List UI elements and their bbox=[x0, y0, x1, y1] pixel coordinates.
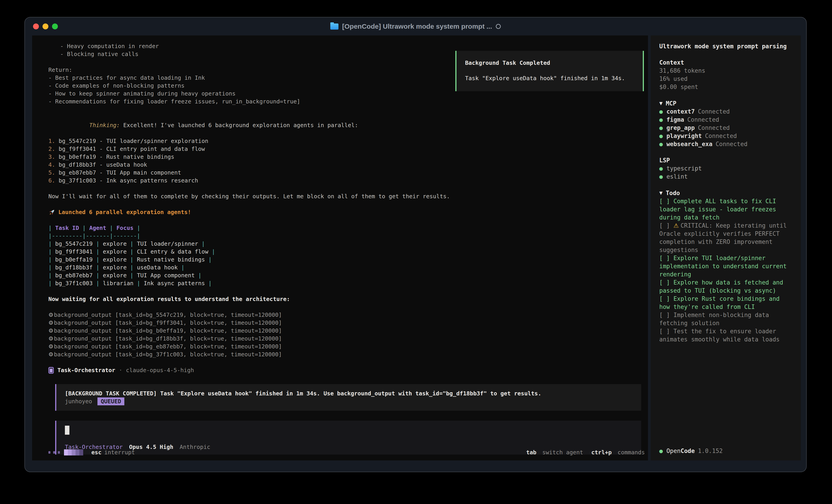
brand-code: Code bbox=[680, 448, 695, 454]
tool-call-line: ⚙background_output [task_id=bg_f9ff3041,… bbox=[48, 319, 648, 327]
waiting-header: Now waiting for all exploration results … bbox=[48, 295, 648, 303]
mcp-server-item: ●playwrightConnected bbox=[659, 132, 790, 140]
mcp-header[interactable]: ▼MCP bbox=[659, 99, 790, 108]
numbered-item: 3. bg_b0effa19 - Rust native bindings bbox=[48, 153, 648, 161]
lsp-list: ●typescript●eslint bbox=[659, 164, 790, 180]
todo-item[interactable]: [ ] Explore how data is fetched and pass… bbox=[659, 278, 790, 295]
context-header: Context bbox=[659, 58, 790, 66]
mcp-server-item: ●grep_appConnected bbox=[659, 124, 790, 132]
agents-table: | Task ID | Agent | Focus ||---------|--… bbox=[48, 224, 648, 287]
minimize-button[interactable] bbox=[43, 24, 48, 29]
numbered-item: 6. bg_37f1c003 - Ink async patterns rese… bbox=[48, 176, 648, 185]
queued-badge: QUEUED bbox=[98, 397, 124, 405]
conversation-scroll[interactable]: - Heavy computation in render- Blocking … bbox=[32, 35, 648, 445]
brand-open: Open bbox=[667, 448, 681, 454]
table-row: | bg_df18bb3f | explore | useData hook | bbox=[48, 263, 648, 272]
todo-item[interactable]: [ ] Explore TUI loader/spinner implement… bbox=[659, 254, 790, 278]
completed-message: [BACKGROUND TASK COMPLETED] Task "Explor… bbox=[65, 390, 634, 397]
todo-item[interactable]: [ ] Implement non-blocking data fetching… bbox=[659, 311, 790, 327]
ctrlp-key-label: commands bbox=[618, 449, 645, 456]
tab-key-hint: tab bbox=[526, 449, 536, 456]
tool-call-line: ⚙background_output [task_id=bg_37f1c003,… bbox=[48, 351, 648, 358]
tool-call-line: ⚙background_output [task_id=bg_eb87ebb7,… bbox=[48, 342, 648, 351]
spinner-dots bbox=[48, 451, 60, 454]
table-header-row: | Task ID | Agent | Focus | bbox=[48, 224, 648, 232]
context-stat-line: 31,686 tokens bbox=[659, 66, 790, 75]
window-title: [OpenCode] Ultrawork mode system prompt … bbox=[342, 23, 492, 30]
thinking-label: Thinking: bbox=[89, 122, 120, 129]
app-version: 1.0.152 bbox=[698, 448, 723, 454]
mcp-server-item: ●websearch_exaConnected bbox=[659, 140, 790, 148]
agent-model: claude-opus-4-5-high bbox=[126, 366, 194, 374]
app-window: [OpenCode] Ultrawork mode system prompt … bbox=[24, 17, 807, 472]
lsp-server-item: ●typescript bbox=[659, 164, 790, 172]
thinking-text: Excellent! I've launched 6 background ex… bbox=[123, 122, 358, 129]
tool-call-line: ⚙background_output [task_id=bg_df18bb3f,… bbox=[48, 335, 648, 342]
traffic-lights bbox=[33, 18, 58, 35]
maximize-button[interactable] bbox=[52, 24, 58, 29]
proxy-circle-icon bbox=[496, 24, 501, 29]
completed-meta: junhoyeo QUEUED bbox=[65, 397, 634, 405]
mcp-list: ●context7Connected●figmaConnected●grep_a… bbox=[659, 108, 790, 148]
text-cursor bbox=[65, 426, 70, 435]
status-right: tab switch agent ctrl+p commands bbox=[526, 449, 645, 456]
session-title: Ultrawork mode system prompt parsing bbox=[659, 42, 790, 50]
context-stats: 31,686 tokens16% used$0.00 spent bbox=[659, 66, 790, 91]
lsp-header: LSP bbox=[659, 156, 790, 164]
table-row: | bg_b0effa19 | explore | Rust native bi… bbox=[48, 256, 648, 263]
tool-call-line: ⚙background_output [task_id=bg_5547c219,… bbox=[48, 311, 648, 319]
tool-call-list: ⚙background_output [task_id=bg_5547c219,… bbox=[48, 311, 648, 358]
terminal-panel[interactable]: - Heavy computation in render- Blocking … bbox=[32, 35, 648, 460]
todo-header[interactable]: ▼Todo bbox=[659, 189, 790, 197]
chevron-down-icon: ▼ bbox=[659, 190, 662, 195]
mcp-server-item: ●context7Connected bbox=[659, 108, 790, 116]
numbered-item: 4. bg_df18bb3f - useData hook bbox=[48, 161, 648, 169]
rocket-icon bbox=[48, 209, 55, 216]
todo-item[interactable]: [ ] ⚠ CRITICAL: Keep iterating until Ora… bbox=[659, 222, 790, 254]
esc-key-label: interrupt bbox=[104, 449, 135, 456]
todo-item[interactable]: [ ] Test the fix to ensure loader animat… bbox=[659, 327, 790, 343]
background-completed-panel: [BACKGROUND TASK COMPLETED] Task "Explor… bbox=[55, 384, 641, 411]
window-title-group: [OpenCode] Ultrawork mode system prompt … bbox=[330, 23, 500, 30]
toast-title: Background Task Completed bbox=[465, 59, 634, 67]
notification-toast[interactable]: Background Task Completed Task "Explore … bbox=[456, 51, 644, 91]
table-row: | bg_f9ff3041 | explore | CLI entry & da… bbox=[48, 248, 648, 256]
context-stat-line: $0.00 spent bbox=[659, 83, 790, 91]
wait-text: Now I'll wait for all of them to complet… bbox=[48, 192, 648, 200]
todo-item[interactable]: [ ] Explore Rust core bindings and how t… bbox=[659, 295, 790, 311]
numbered-item: 5. bg_eb87ebb7 - TUI App main component bbox=[48, 169, 648, 176]
numbered-item: 1. bg_5547c219 - TUI loader/spinner expl… bbox=[48, 137, 648, 145]
mcp-server-item: ●figmaConnected bbox=[659, 116, 790, 124]
launch-banner: Launched 6 parallel exploration agents! bbox=[48, 208, 648, 216]
thinking-line: Thinking: Excellent! I've launched 6 bac… bbox=[48, 113, 648, 137]
ctrlp-key-hint: ctrl+p bbox=[591, 449, 612, 456]
table-row: | bg_eb87ebb7 | explore | TUI App compon… bbox=[48, 272, 648, 279]
esc-key-hint: esc bbox=[92, 449, 102, 456]
agent-line: Task-Orchestrator · claude-opus-4-5-high bbox=[48, 366, 648, 374]
spinner-progress-icon bbox=[64, 449, 83, 455]
table-separator-row: |---------|-------|-------| bbox=[48, 232, 648, 240]
intro-line: - Heavy computation in render bbox=[48, 42, 648, 50]
numbered-item: 2. bg_f9ff3041 - CLI entry point and dat… bbox=[48, 145, 648, 153]
content-row: - Heavy computation in render- Blocking … bbox=[25, 35, 806, 472]
titlebar[interactable]: [OpenCode] Ultrawork mode system prompt … bbox=[25, 18, 806, 35]
launch-banner-text: Launched 6 parallel exploration agents! bbox=[58, 208, 191, 216]
agent-avatar-icon bbox=[48, 367, 54, 374]
table-row: | bg_37f1c003 | librarian | Ink async pa… bbox=[48, 279, 648, 287]
return-item: - Recommendations for fixing loader free… bbox=[48, 97, 648, 106]
completed-user: junhoyeo bbox=[65, 397, 92, 405]
todo-item[interactable]: [ ] Complete ALL tasks to fix CLI loader… bbox=[659, 197, 790, 222]
numbered-list: 1. bg_5547c219 - TUI loader/spinner expl… bbox=[48, 137, 648, 185]
toast-body: Task "Explore useData hook" finished in … bbox=[465, 74, 634, 82]
tool-call-line: ⚙background_output [task_id=bg_b0effa19,… bbox=[48, 327, 648, 335]
close-button[interactable] bbox=[33, 24, 39, 29]
chevron-down-icon: ▼ bbox=[659, 101, 662, 106]
desktop: [OpenCode] Ultrawork mode system prompt … bbox=[0, 0, 832, 504]
folder-icon bbox=[330, 24, 338, 30]
status-bar: esc interrupt tab switch agent ctrl+p co… bbox=[48, 448, 645, 456]
online-status-icon: ● bbox=[659, 448, 663, 454]
table-row: | bg_5547c219 | explore | TUI loader/spi… bbox=[48, 240, 648, 248]
sidebar-footer: ●OpenCode1.0.152 bbox=[659, 447, 723, 455]
sidebar-panel: Ultrawork mode system prompt parsing Con… bbox=[651, 35, 801, 460]
context-stat-line: 16% used bbox=[659, 75, 790, 83]
